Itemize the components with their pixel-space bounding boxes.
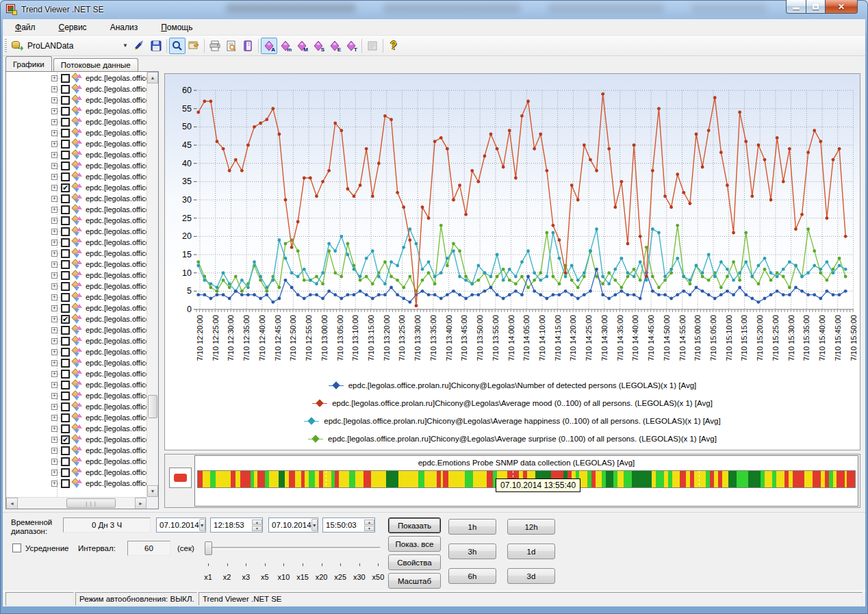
- tree-item[interactable]: +epdc.[legolas.office.: [6, 346, 146, 357]
- tree-item[interactable]: +epdc.[legolas.office.: [6, 368, 146, 379]
- tree-item[interactable]: +epdc.[legolas.office.: [6, 423, 146, 434]
- expand-icon[interactable]: +: [51, 86, 58, 92]
- expand-icon[interactable]: +: [51, 371, 58, 377]
- tree-item[interactable]: +epdc.[legolas.office.: [6, 390, 146, 401]
- tree-item[interactable]: +epdc.[legolas.office.: [6, 335, 146, 346]
- print-preview-button[interactable]: [223, 38, 240, 54]
- tree-item[interactable]: +epdc.[legolas.office.: [6, 379, 146, 390]
- tree-item-checkbox[interactable]: [61, 457, 70, 466]
- diamond-m-button[interactable]: m: [277, 38, 294, 54]
- expand-icon[interactable]: +: [51, 196, 58, 202]
- tree-item-checkbox[interactable]: [61, 151, 70, 159]
- diamond-M-button[interactable]: M: [294, 38, 310, 54]
- horizontal-scroll-thumb[interactable]: | | |: [66, 498, 116, 508]
- scroll-right-icon[interactable]: ►: [135, 498, 146, 509]
- diamond-T-button[interactable]: T: [343, 38, 359, 54]
- tree-item[interactable]: +✔epdc.[legolas.office.: [6, 434, 146, 445]
- tree-item-checkbox[interactable]: ✔: [61, 315, 70, 324]
- expand-icon[interactable]: +: [51, 251, 58, 257]
- tree-item-checkbox[interactable]: [61, 162, 70, 170]
- tree-item-checkbox[interactable]: [61, 282, 70, 291]
- tree-item-checkbox[interactable]: [61, 140, 70, 149]
- tree-item[interactable]: +epdc.[legolas.office.: [6, 116, 146, 127]
- save-button[interactable]: [148, 38, 164, 54]
- expand-icon[interactable]: +: [51, 448, 58, 454]
- minimize-button[interactable]: [786, 0, 806, 14]
- expand-icon[interactable]: +: [51, 108, 58, 114]
- tree-item-checkbox[interactable]: [61, 205, 70, 214]
- date-from-dropdown-icon[interactable]: ▼: [199, 519, 205, 531]
- tab-charts[interactable]: Графики: [5, 56, 52, 71]
- tree-item-checkbox[interactable]: [61, 260, 70, 269]
- tree-item[interactable]: +epdc.[legolas.office.: [6, 193, 146, 204]
- tree-item[interactable]: +epdc.[legolas.office.: [6, 127, 146, 138]
- data-source-combo[interactable]: ProLANData ▼: [10, 38, 131, 53]
- expand-icon[interactable]: +: [51, 174, 58, 180]
- scale-slider-thumb[interactable]: [205, 541, 212, 555]
- tree-item[interactable]: +epdc.[legolas.office.: [6, 401, 146, 412]
- properties-button[interactable]: [186, 38, 202, 54]
- tree-item[interactable]: +epdc.[legolas.office.: [6, 149, 146, 160]
- tree-item-checkbox[interactable]: [61, 238, 70, 247]
- tree-item-checkbox[interactable]: [61, 129, 70, 138]
- expand-icon[interactable]: +: [51, 404, 58, 410]
- expand-icon[interactable]: +: [51, 327, 58, 333]
- tree-item-checkbox[interactable]: [61, 446, 70, 455]
- diamond-A-button[interactable]: A: [261, 38, 277, 54]
- expand-icon[interactable]: +: [51, 163, 58, 169]
- expand-icon[interactable]: +: [51, 141, 58, 147]
- range-button-6h[interactable]: 6h: [448, 568, 496, 584]
- tree-item-checkbox[interactable]: [61, 359, 70, 368]
- tree-item[interactable]: +epdc.[legolas.office.: [6, 281, 146, 292]
- expand-icon[interactable]: +: [51, 426, 58, 432]
- scroll-down-icon[interactable]: ▼: [147, 485, 158, 497]
- tree-item-checkbox[interactable]: ✔: [61, 435, 70, 444]
- expand-icon[interactable]: +: [51, 283, 58, 290]
- tree-item[interactable]: +✔epdc.[legolas.office.: [6, 182, 146, 193]
- date-to-dropdown-icon[interactable]: ▼: [311, 519, 318, 531]
- expand-icon[interactable]: +: [51, 415, 58, 421]
- interval-input[interactable]: 60: [127, 541, 170, 556]
- expand-icon[interactable]: +: [51, 316, 58, 322]
- tree-item-checkbox[interactable]: [61, 424, 70, 433]
- expand-icon[interactable]: +: [51, 75, 58, 81]
- tree-item-checkbox[interactable]: ✔: [61, 183, 70, 192]
- expand-icon[interactable]: +: [51, 349, 58, 355]
- tree-item-checkbox[interactable]: [61, 479, 70, 488]
- expand-icon[interactable]: +: [51, 218, 58, 224]
- tree-item-checkbox[interactable]: [61, 413, 70, 422]
- diamond-E-button[interactable]: E: [327, 38, 343, 54]
- tree-item-checkbox[interactable]: [61, 227, 70, 236]
- scroll-left-icon[interactable]: ◄: [6, 498, 18, 509]
- tree-item-checkbox[interactable]: [61, 194, 70, 203]
- tree-item-checkbox[interactable]: [61, 392, 70, 400]
- expand-icon[interactable]: +: [51, 119, 58, 125]
- time-from-spinner[interactable]: 12:18:53 ▲▼: [210, 517, 263, 533]
- tree-item-checkbox[interactable]: [61, 172, 70, 181]
- tree-item-checkbox[interactable]: [61, 402, 70, 411]
- expand-icon[interactable]: +: [51, 152, 58, 158]
- expand-icon[interactable]: +: [51, 294, 58, 300]
- expand-icon[interactable]: +: [51, 185, 58, 191]
- tree-item[interactable]: +epdc.[legolas.office.: [6, 292, 146, 303]
- tree-item-checkbox[interactable]: [61, 337, 70, 346]
- date-from-picker[interactable]: 07.10.2014 ▼: [156, 517, 206, 533]
- tree-item-checkbox[interactable]: [61, 381, 70, 389]
- tree-item-checkbox[interactable]: [61, 96, 70, 105]
- spin-down-icon[interactable]: ▼: [364, 526, 374, 531]
- spin-up-icon[interactable]: ▲: [252, 520, 262, 525]
- tab-stream-data[interactable]: Потоковые данные: [53, 58, 138, 71]
- expand-icon[interactable]: +: [51, 393, 58, 399]
- tree-item[interactable]: +epdc.[legolas.office.: [6, 160, 146, 171]
- tree-item[interactable]: +epdc.[legolas.office.: [6, 138, 146, 149]
- tree-item[interactable]: +epdc.[legolas.office.: [6, 303, 146, 314]
- expand-icon[interactable]: +: [51, 240, 58, 246]
- show-all-button[interactable]: Показ. все: [388, 536, 441, 552]
- properties-panel-button[interactable]: Свойства: [388, 554, 441, 570]
- tree-item[interactable]: +epdc.[legolas.office.: [6, 456, 146, 467]
- tree-item[interactable]: +epdc.[legolas.office.: [6, 270, 146, 281]
- combo-dropdown-icon[interactable]: ▼: [120, 42, 130, 49]
- menu-item-3[interactable]: Помощь: [158, 21, 195, 34]
- tree-item[interactable]: +epdc.[legolas.office.: [6, 445, 146, 456]
- print-button[interactable]: [207, 38, 223, 54]
